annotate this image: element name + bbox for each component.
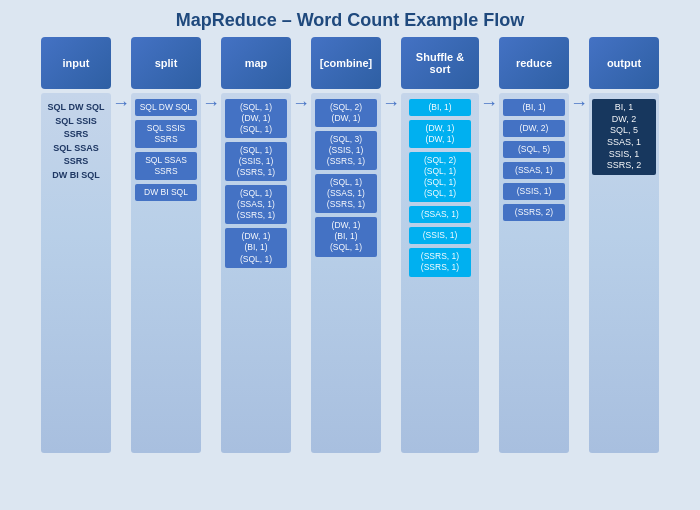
stage-split: split SQL DW SQL SQL SSIS SSRS SQL SSAS … [131, 37, 201, 453]
split-body: SQL DW SQL SQL SSIS SSRS SQL SSAS SSRS D… [131, 93, 201, 453]
flow-diagram: input SQL DW SQLSQL SSIS SSRSSQL SSAS SS… [0, 37, 700, 453]
split-box-2: SQL SSIS SSRS [135, 120, 197, 148]
stage-shuffle: Shuffle &sort (BI, 1) (DW, 1)(DW, 1) (SQ… [401, 37, 479, 453]
shuffle-box-4: (SSAS, 1) [409, 206, 471, 223]
combine-body: (SQL, 2)(DW, 1) (SQL, 3)(SSIS, 1)(SSRS, … [311, 93, 381, 453]
reduce-header: reduce [499, 37, 569, 89]
input-header: input [41, 37, 111, 89]
reduce-box-5: (SSIS, 1) [503, 183, 565, 200]
map-box-2: (SQL, 1)(SSIS, 1)(SSRS, 1) [225, 142, 287, 181]
combine-box-2: (SQL, 3)(SSIS, 1)(SSRS, 1) [315, 131, 377, 170]
combine-header: [combine] [311, 37, 381, 89]
shuffle-header: Shuffle &sort [401, 37, 479, 89]
arrow-4: → [382, 93, 400, 114]
shuffle-box-3: (SQL, 2)(SQL, 1)(SQL, 1)(SQL, 1) [409, 152, 471, 202]
combine-box-1: (SQL, 2)(DW, 1) [315, 99, 377, 127]
reduce-body: (BI, 1) (DW, 2) (SQL, 5) (SSAS, 1) (SSIS… [499, 93, 569, 453]
shuffle-box-6: (SSRS, 1)(SSRS, 1) [409, 248, 471, 276]
arrow-5: → [480, 93, 498, 114]
stage-reduce: reduce (BI, 1) (DW, 2) (SQL, 5) (SSAS, 1… [499, 37, 569, 453]
split-box-1: SQL DW SQL [135, 99, 197, 116]
combine-box-3: (SQL, 1)(SSAS, 1)(SSRS, 1) [315, 174, 377, 213]
output-header: output [589, 37, 659, 89]
reduce-box-6: (SSRS, 2) [503, 204, 565, 221]
stage-input: input SQL DW SQLSQL SSIS SSRSSQL SSAS SS… [41, 37, 111, 453]
reduce-box-2: (DW, 2) [503, 120, 565, 137]
page-title: MapReduce – Word Count Example Flow [0, 0, 700, 37]
arrow-3: → [292, 93, 310, 114]
map-header: map [221, 37, 291, 89]
stage-combine: [combine] (SQL, 2)(DW, 1) (SQL, 3)(SSIS,… [311, 37, 381, 453]
shuffle-body: (BI, 1) (DW, 1)(DW, 1) (SQL, 2)(SQL, 1)(… [401, 93, 479, 453]
reduce-box-3: (SQL, 5) [503, 141, 565, 158]
stage-output: output BI, 1DW, 2SQL, 5SSAS, 1SSIS, 1SSR… [589, 37, 659, 453]
shuffle-box-1: (BI, 1) [409, 99, 471, 116]
shuffle-box-5: (SSIS, 1) [409, 227, 471, 244]
input-content: SQL DW SQLSQL SSIS SSRSSQL SSAS SSRSDW B… [43, 99, 109, 184]
arrow-2: → [202, 93, 220, 114]
split-box-4: DW BI SQL [135, 184, 197, 201]
map-box-1: (SQL, 1)(DW, 1)(SQL, 1) [225, 99, 287, 138]
reduce-box-1: (BI, 1) [503, 99, 565, 116]
arrow-1: → [112, 93, 130, 114]
input-body: SQL DW SQLSQL SSIS SSRSSQL SSAS SSRSDW B… [41, 93, 111, 453]
arrow-6: → [570, 93, 588, 114]
map-box-3: (SQL, 1)(SSAS, 1)(SSRS, 1) [225, 185, 287, 224]
combine-box-4: (DW, 1)(BI, 1)(SQL, 1) [315, 217, 377, 256]
split-box-3: SQL SSAS SSRS [135, 152, 197, 180]
shuffle-box-2: (DW, 1)(DW, 1) [409, 120, 471, 148]
split-header: split [131, 37, 201, 89]
map-body: (SQL, 1)(DW, 1)(SQL, 1) (SQL, 1)(SSIS, 1… [221, 93, 291, 453]
output-body: BI, 1DW, 2SQL, 5SSAS, 1SSIS, 1SSRS, 2 [589, 93, 659, 453]
map-box-4: (DW, 1)(BI, 1)(SQL, 1) [225, 228, 287, 267]
reduce-box-4: (SSAS, 1) [503, 162, 565, 179]
output-content: BI, 1DW, 2SQL, 5SSAS, 1SSIS, 1SSRS, 2 [592, 99, 656, 175]
stage-map: map (SQL, 1)(DW, 1)(SQL, 1) (SQL, 1)(SSI… [221, 37, 291, 453]
